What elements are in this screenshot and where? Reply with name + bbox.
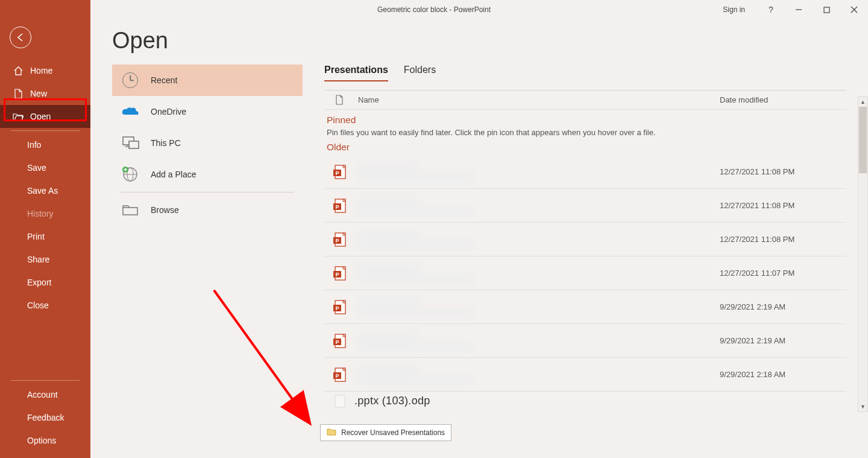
window-title: Geometric color block - PowerPoint <box>377 5 491 14</box>
powerpoint-file-icon: P <box>324 299 354 315</box>
sidebar-item-feedback[interactable]: Feedback <box>0 406 90 429</box>
folder-icon <box>121 200 140 220</box>
svg-text:P: P <box>335 170 339 176</box>
svg-text:P: P <box>335 373 339 379</box>
file-item[interactable]: P9/29/2021 2:18 AM <box>324 358 846 392</box>
sidebar-item-label: Home <box>30 66 52 75</box>
open-sources-list: Recent OneDrive This PC Add a Place Brow… <box>112 65 303 410</box>
powerpoint-file-icon: P <box>324 164 354 180</box>
file-name-cell <box>354 332 720 350</box>
sidebar-item-new[interactable]: New <box>0 82 90 105</box>
svg-text:P: P <box>335 272 339 278</box>
source-label: Browse <box>151 205 179 215</box>
add-place-icon <box>121 165 140 184</box>
file-item-partial[interactable]: .pptx (103).odp <box>324 392 846 410</box>
sign-in-link[interactable]: Sign in <box>723 5 745 14</box>
sidebar-item-share[interactable]: Share <box>0 248 90 271</box>
file-modified-cell: 12/27/2021 11:08 PM <box>720 167 846 176</box>
column-modified[interactable]: Date modified <box>720 95 846 104</box>
scroll-down-arrow-icon[interactable]: ▼ <box>858 402 867 412</box>
page-title: Open <box>112 28 846 54</box>
close-button[interactable] <box>840 0 868 19</box>
sidebar-item-history: History <box>0 202 90 225</box>
powerpoint-file-icon: P <box>324 266 354 281</box>
file-item[interactable]: P12/27/2021 11:07 PM <box>324 256 846 290</box>
file-modified-cell: 9/29/2021 2:19 AM <box>720 302 846 311</box>
folder-open-icon <box>12 110 24 122</box>
sidebar-item-close[interactable]: Close <box>0 294 90 317</box>
file-list-header: Name Date modified <box>324 91 846 110</box>
file-icon-header <box>324 95 354 105</box>
pin-hint-text: Pin files you want to easily find later.… <box>327 128 846 137</box>
sidebar-item-label: New <box>30 89 47 98</box>
svg-text:P: P <box>335 305 339 311</box>
tab-folders[interactable]: Folders <box>404 65 436 81</box>
source-label: Recent <box>151 75 177 85</box>
file-item[interactable]: P12/27/2021 11:08 PM <box>324 223 846 256</box>
files-column: Presentations Folders Name Date modified… <box>324 65 846 410</box>
source-browse[interactable]: Browse <box>112 194 303 226</box>
title-bar: Geometric color block - PowerPoint Sign … <box>0 0 868 19</box>
sidebar-item-print[interactable]: Print <box>0 225 90 248</box>
file-item[interactable]: P9/29/2021 2:19 AM <box>324 290 846 324</box>
svg-rect-35 <box>335 395 345 407</box>
recover-button-label: Recover Unsaved Presentations <box>341 428 445 437</box>
this-pc-icon <box>121 133 140 153</box>
powerpoint-file-icon <box>324 393 354 408</box>
file-modified-cell: 12/27/2021 11:07 PM <box>720 269 846 278</box>
source-recent[interactable]: Recent <box>112 65 303 96</box>
file-modified-cell: 12/27/2021 11:08 PM <box>720 235 846 244</box>
scrollbar-thumb[interactable] <box>859 107 867 173</box>
source-label: OneDrive <box>151 107 186 116</box>
folder-icon <box>327 428 336 437</box>
svg-text:P: P <box>335 339 339 345</box>
svg-text:P: P <box>335 238 339 244</box>
minimize-button[interactable] <box>785 0 813 19</box>
sidebar-item-account[interactable]: Account <box>0 383 90 406</box>
sidebar-item-info[interactable]: Info <box>0 133 90 156</box>
section-pinned: Pinned <box>327 115 846 126</box>
main-pane: Open Recent OneDrive This PC Add a Place <box>90 19 868 458</box>
file-item[interactable]: P12/27/2021 11:08 PM <box>324 155 846 189</box>
powerpoint-file-icon: P <box>324 367 354 383</box>
backstage-sidebar: Home New Open Info Save Save As History … <box>0 0 90 458</box>
file-name-cell <box>354 231 720 249</box>
recover-unsaved-button[interactable]: Recover Unsaved Presentations <box>320 424 451 441</box>
home-icon <box>12 65 24 77</box>
file-item[interactable]: P9/29/2021 2:19 AM <box>324 324 846 358</box>
back-arrow-icon <box>16 33 25 42</box>
file-name-cell <box>354 163 720 181</box>
file-modified-cell: 9/29/2021 2:18 AM <box>720 370 846 379</box>
sidebar-item-label: Open <box>30 112 51 121</box>
source-onedrive[interactable]: OneDrive <box>112 96 303 127</box>
file-item[interactable]: P12/27/2021 11:08 PM <box>324 189 846 223</box>
source-label: This PC <box>151 138 181 148</box>
file-name-cell <box>354 366 720 384</box>
back-button[interactable] <box>10 27 31 48</box>
file-modified-cell: 9/29/2021 2:19 AM <box>720 336 846 345</box>
maximize-button[interactable] <box>813 0 840 19</box>
svg-rect-1 <box>824 7 829 13</box>
sidebar-item-save[interactable]: Save <box>0 156 90 179</box>
help-button[interactable]: ? <box>757 0 785 19</box>
source-label: Add a Place <box>151 170 197 179</box>
file-modified-cell: 12/27/2021 11:08 PM <box>720 201 846 210</box>
file-name-cell <box>354 298 720 316</box>
column-name[interactable]: Name <box>354 95 720 104</box>
clock-icon <box>121 71 140 90</box>
source-add-place[interactable]: Add a Place <box>112 159 303 190</box>
sidebar-item-home[interactable]: Home <box>0 59 90 82</box>
sidebar-item-saveas[interactable]: Save As <box>0 179 90 202</box>
tab-presentations[interactable]: Presentations <box>324 65 388 81</box>
sidebar-item-export[interactable]: Export <box>0 271 90 294</box>
sidebar-item-options[interactable]: Options <box>0 429 90 452</box>
file-name-cell <box>354 197 720 215</box>
powerpoint-file-icon: P <box>324 333 354 349</box>
file-name-cell <box>354 264 720 282</box>
source-thispc[interactable]: This PC <box>112 127 303 159</box>
svg-rect-5 <box>129 141 139 148</box>
svg-text:P: P <box>335 204 339 210</box>
file-list-scrollbar[interactable]: ▲ ▼ <box>858 97 868 412</box>
sidebar-item-open[interactable]: Open <box>0 105 90 128</box>
scroll-up-arrow-icon[interactable]: ▲ <box>858 97 867 107</box>
